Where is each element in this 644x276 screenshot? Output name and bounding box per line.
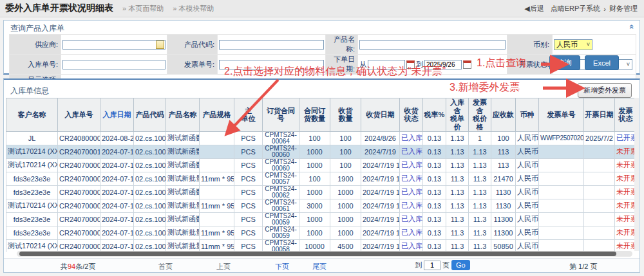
cell-invoice-date (584, 199, 615, 212)
cell-receipt-status[interactable]: 已入库 (400, 212, 423, 226)
cell-inbound-no: CR240700007 (58, 185, 100, 199)
total-records: 共94条/2页 (61, 262, 95, 271)
supplier-label: 供应商: (10, 35, 61, 55)
cell-currency: 人民币 (516, 172, 539, 185)
cell-invoice-no (539, 172, 584, 185)
table-row[interactable]: fds3e23e3eCR2407000072024-07-1902.cs.100… (6, 185, 635, 199)
table-row[interactable]: JLCR2408000012024-08-2602.cs.100241测试新函数… (6, 131, 635, 145)
cell-product-spec: 11mm * 95m (200, 172, 234, 185)
breadcrumb-module[interactable]: 财务管理 (609, 4, 638, 14)
cell-receipt-date: 2024/7/19 10 (361, 172, 400, 185)
table-row[interactable]: fds3e23e3eCR2407000062024-07-1902.cs.100… (6, 226, 635, 239)
col-product-spec: 产品规格 (200, 98, 234, 132)
cell-tax-rate: 0.13 (423, 199, 446, 212)
cell-product-code: 02.cs.100246 (134, 172, 166, 185)
cell-invoice-no (539, 239, 584, 252)
cell-contract-no: CPMTS24-00064 (263, 131, 299, 145)
cell-unit: PCS (234, 158, 263, 172)
table-row[interactable]: 测试170214 (XX)CR2407000052024-07-1902.cs.… (6, 239, 635, 252)
cell-inbound-date: 2024-07-19 (100, 226, 134, 239)
prev-page-link[interactable]: 上页 (216, 262, 231, 271)
cell-inbound-no: CR240700007 (58, 199, 100, 212)
currency-select[interactable]: 人民币˅ (554, 39, 592, 50)
col-invoice-price-tax: 发票含 税价格 (469, 98, 491, 132)
breadcrumb-system[interactable]: 点晴ERP子系统 (551, 4, 601, 14)
cell-receipt-status[interactable]: 已入库 (400, 158, 423, 172)
next-page-link[interactable]: 下页 (275, 262, 289, 271)
last-page-link[interactable]: 尾页 (312, 262, 327, 271)
go-button[interactable]: Go (451, 260, 470, 270)
cell-invoice-status: 未开票 (615, 199, 635, 212)
vertical-scrollbar[interactable] (634, 98, 639, 251)
col-product-name: 产品名称 (166, 98, 200, 132)
cell-tax-rate: 0.13 (423, 239, 446, 252)
cell-tax-rate: 0.13 (423, 185, 446, 199)
cell-inbound-date: 2024-07-19 (100, 158, 134, 172)
table-row[interactable]: fds3e23e3eCR2407000082024-07-1902.cs.100… (6, 172, 635, 185)
inbound-no-input[interactable] (62, 60, 166, 69)
cell-inbound-no: CR240800001 (58, 131, 100, 145)
cell-unit-price-tax: 11.3 (446, 212, 469, 226)
cell-receipt-status[interactable]: 已入库 (400, 199, 423, 212)
cell-contract-no: CPMTS24-00059 (263, 212, 299, 226)
cell-receipt-status[interactable]: 已入库 (400, 131, 423, 145)
table-row[interactable]: 测试170214 (XX)CR2407000092024-07-1902.cs.… (6, 158, 635, 172)
product-code-input[interactable] (219, 40, 324, 50)
cell-tax-rate: 0.13 (423, 226, 446, 239)
col-customer: 客户名称 (6, 98, 58, 132)
cell-product-name: 测试新函数成 (166, 158, 200, 172)
cell-receipt-status[interactable]: 已入库 (400, 226, 423, 239)
cell-receipt-qty: 1900 (330, 172, 361, 185)
table-row[interactable]: 测试170214 (XX)CR2407000072024-07-1902.cs.… (6, 199, 635, 212)
add-outsource-invoice-button[interactable]: 新增委外发票 (578, 83, 632, 98)
col-contract-no: 订货合同号 (263, 98, 299, 132)
search-button[interactable]: 查询 (549, 55, 580, 70)
excel-button[interactable]: Excel (585, 55, 619, 70)
cell-product-name: 测试新批量领 (166, 199, 200, 212)
cell-invoice-price-tax: 1.13 (469, 145, 491, 158)
first-page-link[interactable]: 首页 (158, 262, 173, 271)
cell-customer: fds3e23e3e (6, 172, 58, 185)
cell-invoice-price-tax: 1.13 (469, 158, 491, 172)
cell-unit: PCS (234, 131, 263, 145)
horizontal-scrollbar[interactable] (17, 251, 632, 257)
cell-invoice-status: 未开票 (615, 145, 635, 158)
cell-contract-qty: 1000 (299, 185, 330, 199)
cell-tax-rate: 0.13 (423, 145, 446, 158)
cell-receipt-date: 2024/7/19 10 (361, 199, 400, 212)
inbound-table: 客户名称入库单号入库日期产品代码产品名称产品规格主 单位订货合同号合同订 货数量… (6, 98, 634, 252)
table-row[interactable]: 测试170214 (XX)CR2407000102024-07-1902.cs.… (6, 145, 635, 158)
cell-invoice-no (539, 145, 584, 158)
cell-receipt-status[interactable]: 已入库 (400, 172, 423, 185)
cell-receipt-status[interactable]: 已入库 (400, 239, 423, 252)
product-name-input[interactable] (359, 40, 506, 50)
cell-product-name: 测试新批量领 (166, 172, 200, 185)
cell-tax-rate: 0.13 (423, 158, 446, 172)
cell-invoice-date (584, 212, 615, 226)
cell-receipt-status[interactable]: 已入库 (400, 145, 423, 158)
cell-inbound-date: 2024-08-26 (100, 131, 134, 145)
scrollbar-thumb[interactable] (19, 252, 616, 256)
cell-product-code: 02.cs.100246 (134, 239, 166, 252)
supplier-picker-icon[interactable] (156, 41, 164, 49)
cell-receipt-date: 2024/7/19 10 (361, 185, 400, 199)
back-button[interactable]: ◀后退 (524, 4, 544, 14)
cell-currency: 人民币 (516, 239, 539, 252)
chevron-right-icon: › (603, 5, 606, 13)
help-module-link[interactable]: » 本模块帮助 (173, 4, 214, 14)
calendar-icon[interactable] (463, 60, 471, 69)
cell-receivable: 50850 (491, 239, 516, 252)
collapse-panel-icon[interactable]: « (627, 24, 637, 29)
col-receipt-status: 收货 状态 (400, 98, 423, 132)
cell-inbound-no: CR240700010 (58, 145, 100, 158)
annotation-step2: 2.点击选择对应的物料信息，确认状态为“未开票” (224, 65, 446, 78)
supplier-input[interactable] (62, 40, 166, 50)
cell-customer: 测试170214 (XX) (6, 239, 58, 252)
page-number-input[interactable] (424, 261, 440, 270)
cell-receipt-date: 2024/7/19 10 (361, 212, 400, 226)
help-page-link[interactable]: » 本页面帮助 (122, 4, 164, 14)
cell-receipt-status[interactable]: 已入库 (400, 185, 423, 199)
table-row[interactable]: fds3e23e3eCR2407000062024-07-1902.cs.100… (6, 212, 635, 226)
col-inbound-date[interactable]: 入库日期 (100, 98, 134, 132)
cell-unit: PCS (234, 226, 263, 239)
